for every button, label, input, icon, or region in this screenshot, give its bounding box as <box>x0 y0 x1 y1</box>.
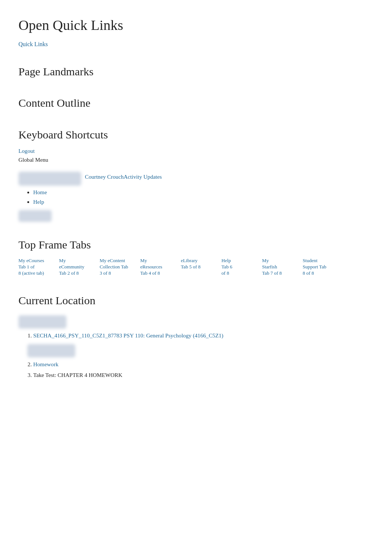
current-location-heading: Current Location <box>18 292 374 309</box>
global-menu-label: Global Menu <box>18 157 48 163</box>
user-name-label: Courtney CrouchActivity Updates <box>85 173 162 181</box>
tab-sub2-1: 8 (active tab) <box>18 270 48 276</box>
tab-item-4[interactable]: My eResources Tab 4 of 8 <box>140 257 170 276</box>
tab-sub2-6: of 8 <box>221 270 251 276</box>
list-item: SECHA_4166_PSY_110_C5Z1_87783 PSY 110: G… <box>33 332 374 340</box>
tab-sub-5: Tab 5 of 8 <box>181 264 210 270</box>
current-location-section: SECHA_4166_PSY_110_C5Z1_87783 PSY 110: G… <box>18 315 374 380</box>
keyboard-shortcuts-heading: Keyboard Shortcuts <box>18 127 374 144</box>
top-frame-tabs-container: My eCourses Tab 1 of 8 (active tab) My e… <box>18 257 374 278</box>
content-outline-heading: Content Outline <box>18 95 374 112</box>
tab-sub-1: Tab 1 of <box>18 264 48 270</box>
top-frame-tabs-heading: Top Frame Tabs <box>18 237 374 254</box>
tab-sub-7: Starfish <box>262 264 292 270</box>
tab-item-1[interactable]: My eCourses Tab 1 of 8 (active tab) <box>18 257 48 276</box>
tab-item-2[interactable]: My eCommunity Tab 2 of 8 <box>59 257 89 276</box>
tab-item-5[interactable]: eLibrary Tab 5 of 8 <box>181 257 210 276</box>
tab-item-8[interactable]: Student Support Tab 8 of 8 <box>303 257 332 276</box>
tab-link-1[interactable]: My eCourses <box>18 257 48 264</box>
homework-link[interactable]: Homework <box>33 361 58 367</box>
tab-sub2-2: Tab 2 of 8 <box>59 270 89 276</box>
tab-sub2-7: Tab 7 of 8 <box>262 270 292 276</box>
tab-item-6[interactable]: Help Tab 6 of 8 <box>221 257 251 276</box>
course-link-1[interactable]: SECHA_4166_PSY_110_C5Z1_87783 PSY 110: G… <box>33 332 223 339</box>
course-list: SECHA_4166_PSY_110_C5Z1_87783 PSY 110: G… <box>18 332 374 340</box>
list-item: Take Test: CHAPTER 4 HOMEWORK <box>33 371 374 380</box>
tab-link-4[interactable]: My <box>140 257 170 264</box>
help-link[interactable]: Help <box>33 199 44 205</box>
page-landmarks-heading: Page Landmarks <box>18 64 374 80</box>
list-item: Help <box>33 198 374 206</box>
tab-sub-4: eResources <box>140 264 170 270</box>
tab-link-2[interactable]: My <box>59 257 89 264</box>
small-blurred-box <box>18 210 52 222</box>
tab-link-6[interactable]: Help <box>221 257 251 264</box>
tab-sub2-3: 3 of 8 <box>100 270 129 276</box>
tab-sub-3: Collection Tab <box>100 264 129 270</box>
breadcrumb-blurred-1 <box>18 315 66 329</box>
tab-item-3[interactable]: My eContent Collection Tab 3 of 8 <box>100 257 129 276</box>
tab-sub2-4: Tab 4 of 8 <box>140 270 170 276</box>
tab-link-5[interactable]: eLibrary <box>181 257 210 264</box>
list-item: Homework <box>33 360 374 369</box>
logout-link[interactable]: Logout <box>18 147 374 155</box>
tab-link-8[interactable]: Student <box>303 257 332 264</box>
page-title: Open Quick Links <box>18 15 374 36</box>
take-test-label: Take Test: CHAPTER 4 HOMEWORK <box>33 372 122 378</box>
tab-sub-8: Support Tab <box>303 264 332 270</box>
list-item: Home <box>33 188 374 197</box>
nav-list: Home Help <box>18 188 374 206</box>
user-menu-row: Courtney CrouchActivity Updates <box>18 167 374 186</box>
quick-links-link[interactable]: Quick Links <box>18 40 374 49</box>
tab-sub-2: eCommunity <box>59 264 89 270</box>
small-blurred-box-area <box>18 210 374 222</box>
tab-sub-6: Tab 6 <box>221 264 251 270</box>
user-avatar-blurred <box>18 172 81 186</box>
tab-link-3[interactable]: My eContent <box>100 257 129 264</box>
tab-item-7[interactable]: My Starfish Tab 7 of 8 <box>262 257 292 276</box>
breadcrumb-blurred-2 <box>27 344 75 357</box>
tab-sub2-8: 8 of 8 <box>303 270 332 276</box>
course-sublist: Homework Take Test: CHAPTER 4 HOMEWORK <box>18 360 374 380</box>
tab-link-7[interactable]: My <box>262 257 292 264</box>
home-link[interactable]: Home <box>33 189 47 195</box>
